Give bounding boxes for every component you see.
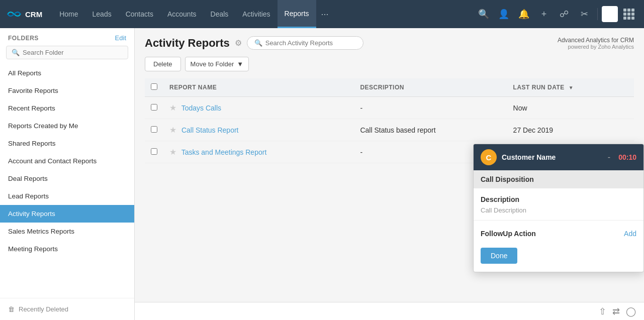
top-navigation: CRM Home Leads Contacts Accounts Deals A… — [0, 0, 644, 28]
bottom-bar: ⇧ ⇄ ◯ — [135, 302, 644, 320]
delete-button[interactable]: Delete — [145, 57, 181, 71]
row1-report-link[interactable]: Todays Calls — [181, 104, 221, 112]
nav-reports[interactable]: Reports — [278, 0, 316, 28]
main-layout: FOLDERS Edit 🔍 All Reports Favorite Repo… — [0, 28, 644, 320]
analytics-powered: powered by Zoho Analytics — [558, 44, 634, 50]
move-to-folder-label: Move to Folder — [191, 60, 234, 68]
content-area: Activity Reports ⚙ 🔍 Advanced Analytics … — [135, 28, 644, 320]
scissors-icon[interactable]: ✂ — [575, 5, 593, 23]
contacts-icon[interactable]: 👤 — [495, 5, 513, 23]
bottom-upload-icon[interactable]: ⇧ — [599, 306, 606, 317]
content-search-icon: 🔍 — [254, 39, 262, 47]
recently-deleted-footer[interactable]: 🗑 Recently Deleted — [0, 298, 134, 320]
trash-icon: 🗑 — [8, 305, 15, 313]
nav-more-btn[interactable]: ··· — [316, 9, 334, 20]
cdp-done-row: Done — [474, 243, 643, 272]
content-search-input[interactable] — [265, 39, 356, 47]
topnav-actions: 🔍 👤 🔔 + ☍ ✂ — [475, 5, 638, 23]
sidebar-search-box[interactable]: 🔍 — [6, 46, 128, 59]
apps-grid — [623, 9, 634, 20]
row3-checkbox[interactable] — [151, 148, 157, 155]
row1-description: - — [354, 97, 507, 119]
row2-check — [145, 119, 163, 141]
title-settings-icon[interactable]: ⚙ — [235, 38, 242, 48]
analytics-badge: Advanced Analytics for CRM powered by Zo… — [558, 37, 634, 50]
sidebar-item-deal-reports[interactable]: Deal Reports — [0, 170, 134, 187]
cdp-timer: 00:10 — [618, 153, 636, 161]
row2-checkbox[interactable] — [151, 126, 157, 133]
sidebar-item-recent-reports[interactable]: Recent Reports — [0, 99, 134, 117]
cdp-section-title: Call Disposition — [474, 170, 643, 188]
content-header: Activity Reports ⚙ 🔍 Advanced Analytics … — [145, 36, 634, 50]
sidebar-item-lead-reports[interactable]: Lead Reports — [0, 187, 134, 205]
cdp-description-field: Description Call Description — [474, 188, 643, 218]
app-logo[interactable]: CRM — [6, 9, 42, 20]
cdp-header: C Customer Name - 00:10 — [474, 144, 643, 170]
recently-deleted-label: Recently Deleted — [19, 305, 68, 313]
analytics-title: Advanced Analytics for CRM — [558, 37, 634, 44]
row2-report-link[interactable]: Call Status Report — [181, 126, 239, 134]
row2-description: Call Status based report — [354, 119, 507, 141]
nav-divider — [597, 8, 598, 20]
sidebar-folders-title: FOLDERS — [8, 35, 39, 42]
search-icon[interactable]: 🔍 — [475, 5, 493, 23]
sidebar-item-all-reports[interactable]: All Reports — [0, 64, 134, 82]
plus-icon[interactable]: + — [535, 5, 553, 23]
nav-contacts[interactable]: Contacts — [119, 0, 160, 28]
cdp-body: Call Disposition Description Call Descri… — [474, 170, 643, 272]
nav-activities[interactable]: Activities — [235, 0, 277, 28]
move-to-folder-button[interactable]: Move to Folder ▼ — [185, 57, 249, 71]
chevron-down-icon: ▼ — [237, 60, 243, 68]
cdp-description-label: Description — [481, 195, 636, 203]
cdp-customer-name: Customer Name — [502, 153, 600, 161]
bottom-sync-icon[interactable]: ⇄ — [612, 306, 620, 317]
cdp-avatar: C — [481, 149, 497, 165]
toolbar: Delete Move to Folder ▼ — [145, 57, 634, 71]
sidebar: FOLDERS Edit 🔍 All Reports Favorite Repo… — [0, 28, 135, 320]
sidebar-item-favorite-reports[interactable]: Favorite Reports — [0, 82, 134, 99]
sort-arrow-icon: ▼ — [569, 85, 574, 90]
row1-checkbox[interactable] — [151, 104, 157, 111]
content-search-bar[interactable]: 🔍 — [247, 36, 363, 50]
cdp-add-link[interactable]: Add — [624, 230, 636, 238]
report-name-col-header: REPORT NAME — [163, 78, 354, 97]
row1-name: ★ Todays Calls — [163, 97, 354, 119]
content-title-row: Activity Reports ⚙ 🔍 — [145, 36, 363, 50]
row3-report-link[interactable]: Tasks and Meetings Report — [181, 148, 267, 156]
row2-name: ★ Call Status Report — [163, 119, 354, 141]
nav-home[interactable]: Home — [52, 0, 85, 28]
sidebar-item-activity-reports[interactable]: Activity Reports — [0, 205, 134, 223]
row3-star-icon[interactable]: ★ — [169, 148, 176, 156]
screen-icon[interactable]: ☍ — [555, 5, 573, 23]
row1-star-icon[interactable]: ★ — [169, 103, 176, 112]
cdp-done-button[interactable]: Done — [481, 248, 517, 264]
sidebar-item-meeting-reports[interactable]: Meeting Reports — [0, 240, 134, 258]
user-avatar[interactable] — [602, 6, 618, 22]
row3-name: ★ Tasks and Meetings Report — [163, 141, 354, 163]
sidebar-nav: All Reports Favorite Reports Recent Repo… — [0, 64, 134, 258]
sidebar-edit-button[interactable]: Edit — [115, 34, 126, 42]
sidebar-item-shared-reports[interactable]: Shared Reports — [0, 135, 134, 152]
select-all-checkbox[interactable] — [151, 83, 157, 90]
table-row: ★ Call Status Report Call Status based r… — [145, 119, 634, 141]
table-row: ★ Todays Calls - Now — [145, 97, 634, 119]
last-run-date-col-header[interactable]: LAST RUN DATE ▼ — [507, 78, 634, 97]
bell-icon[interactable]: 🔔 — [515, 5, 533, 23]
sidebar-item-reports-created-by-me[interactable]: Reports Created by Me — [0, 117, 134, 135]
nav-accounts[interactable]: Accounts — [160, 0, 204, 28]
cdp-divider — [474, 220, 643, 221]
table-header-row: REPORT NAME DESCRIPTION LAST RUN DATE ▼ — [145, 78, 634, 97]
sidebar-search-icon: 🔍 — [12, 49, 20, 56]
nav-deals[interactable]: Deals — [204, 0, 236, 28]
row2-star-icon[interactable]: ★ — [169, 126, 176, 134]
sidebar-item-sales-metrics-reports[interactable]: Sales Metrics Reports — [0, 223, 134, 240]
bottom-history-icon[interactable]: ◯ — [626, 306, 636, 317]
row1-last-run: Now — [507, 97, 634, 119]
row1-check — [145, 97, 163, 119]
sidebar-item-account-contact-reports[interactable]: Account and Contact Reports — [0, 152, 134, 170]
nav-leads[interactable]: Leads — [85, 0, 119, 28]
row2-last-run: 27 Dec 2019 — [507, 119, 634, 141]
page-title: Activity Reports — [145, 37, 230, 50]
sidebar-search-input[interactable] — [23, 49, 123, 56]
grid-icon[interactable] — [620, 5, 638, 23]
